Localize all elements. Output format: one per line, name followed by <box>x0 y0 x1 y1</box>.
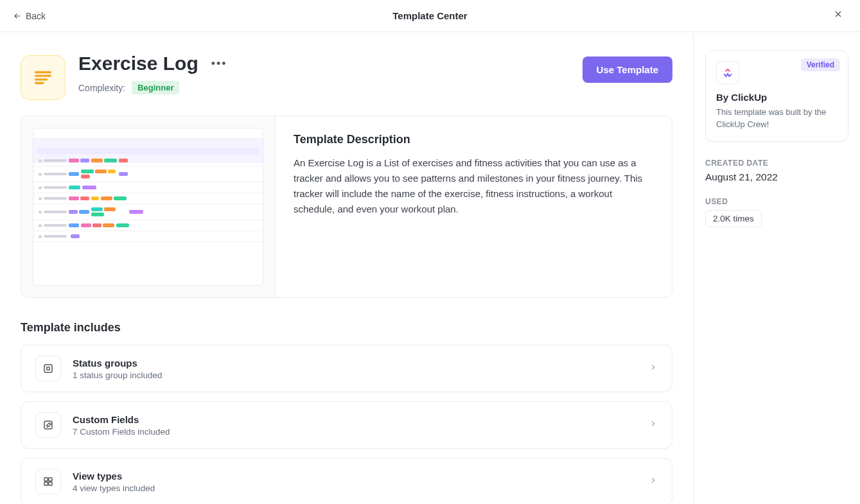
used-label: USED <box>705 197 848 206</box>
template-title: Exercise Log <box>78 53 198 74</box>
close-button[interactable] <box>829 5 847 26</box>
author-card: Verified By ClickUp This template was bu… <box>705 50 848 142</box>
svg-rect-5 <box>47 367 50 370</box>
template-icon <box>21 55 66 100</box>
include-text: Status groups 1 status group included <box>73 358 637 380</box>
include-status-groups[interactable]: Status groups 1 status group included <box>21 345 672 392</box>
include-title: Status groups <box>73 358 637 369</box>
complexity-label: Complexity: <box>78 83 125 93</box>
used-value: 2.0K times <box>705 210 762 227</box>
template-preview-image <box>33 128 263 286</box>
clickup-logo <box>716 61 739 84</box>
include-text: View types 4 view types included <box>73 471 637 493</box>
clickup-icon <box>722 67 733 78</box>
created-date-label: CREATED DATE <box>705 159 848 168</box>
template-title-wrap: Exercise Log ••• Complexity: Beginner <box>78 53 570 94</box>
arrow-left-icon <box>13 12 22 21</box>
status-groups-icon <box>35 356 61 381</box>
include-subtitle: 4 view types included <box>73 483 637 493</box>
svg-rect-9 <box>44 482 48 485</box>
description-card: Template Description An Exercise Log is … <box>21 116 672 298</box>
svg-rect-10 <box>49 482 52 485</box>
more-button[interactable]: ••• <box>209 55 230 73</box>
close-icon <box>833 9 843 19</box>
author-title: By ClickUp <box>716 92 838 103</box>
includes-heading: Template includes <box>21 321 672 335</box>
view-types-icon <box>35 469 61 494</box>
ellipsis-icon: ••• <box>211 57 227 70</box>
topbar-title: Template Center <box>392 10 467 21</box>
chevron-right-icon <box>649 476 658 487</box>
include-view-types[interactable]: View types 4 view types included <box>21 458 672 504</box>
created-date-value: August 21, 2022 <box>705 171 848 183</box>
chevron-right-icon <box>649 363 658 374</box>
chevron-right-icon <box>649 419 658 431</box>
complexity-row: Complexity: Beginner <box>78 81 570 94</box>
template-header: Exercise Log ••• Complexity: Beginner Us… <box>21 53 672 100</box>
include-custom-fields[interactable]: Custom Fields 7 Custom Fields included <box>21 401 672 449</box>
topbar: Back Template Center <box>0 0 860 32</box>
include-subtitle: 7 Custom Fields included <box>73 427 637 437</box>
svg-rect-4 <box>44 365 52 372</box>
svg-rect-7 <box>44 478 48 481</box>
include-subtitle: 1 status group included <box>73 370 637 380</box>
custom-fields-icon <box>35 412 61 438</box>
include-title: Custom Fields <box>73 414 637 425</box>
svg-rect-8 <box>49 478 52 481</box>
back-label: Back <box>26 11 46 21</box>
complexity-badge: Beginner <box>132 81 179 94</box>
verified-badge: Verified <box>801 58 840 71</box>
include-text: Custom Fields 7 Custom Fields included <box>73 414 637 437</box>
description-text: Template Description An Exercise Log is … <box>276 116 672 297</box>
author-description: This template was built by the ClickUp C… <box>716 107 838 131</box>
description-heading: Template Description <box>294 133 654 146</box>
include-title: View types <box>73 471 637 482</box>
lines-icon <box>32 67 54 89</box>
use-template-button[interactable]: Use Template <box>583 56 672 83</box>
description-body: An Exercise Log is a List of exercises a… <box>294 155 654 217</box>
sidebar: Verified By ClickUp This template was bu… <box>693 32 860 504</box>
main-column: Exercise Log ••• Complexity: Beginner Us… <box>0 32 693 504</box>
layout: Exercise Log ••• Complexity: Beginner Us… <box>0 32 860 504</box>
back-button[interactable]: Back <box>13 11 46 21</box>
svg-rect-6 <box>44 421 52 429</box>
template-preview[interactable] <box>21 116 276 297</box>
